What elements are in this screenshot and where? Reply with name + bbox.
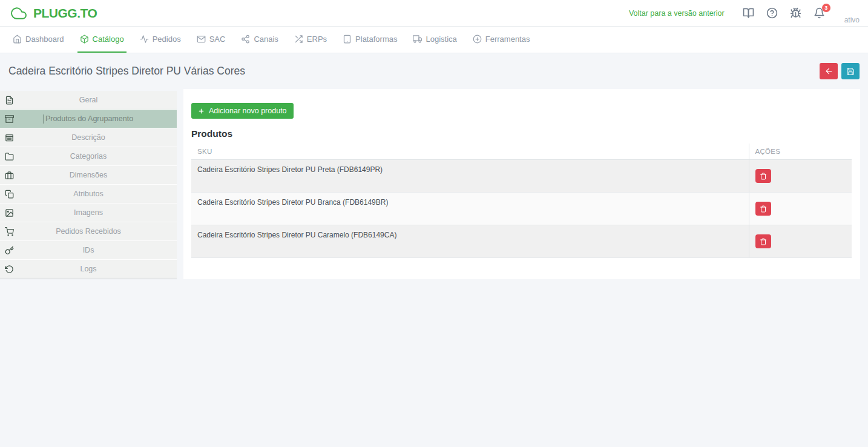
arrow-left-icon: [824, 67, 833, 76]
book-open-icon[interactable]: [743, 7, 754, 19]
content-area: GeralProdutos do AgrupamentoDescriçãoCat…: [0, 89, 868, 279]
nav-item-label: Plataformas: [355, 35, 397, 44]
sidebar-item-label: Geral: [79, 96, 98, 104]
add-product-button[interactable]: Adicionar novo produto: [191, 103, 294, 119]
notifications-button[interactable]: 3: [814, 7, 825, 19]
sidebar-item-label: Imagens: [74, 208, 103, 217]
back-button[interactable]: [820, 63, 838, 79]
cart-icon: [5, 227, 14, 236]
table-row: Cadeira Escritório Stripes Diretor PU Ca…: [191, 225, 852, 258]
nav-item-erps[interactable]: ERPs: [292, 27, 329, 53]
sidebar-item-imagens[interactable]: Imagens: [0, 204, 177, 222]
tablet-icon: [343, 35, 352, 44]
sidebar-item-atributos[interactable]: Atributos: [0, 185, 177, 204]
nav-item-logistica[interactable]: Logistica: [410, 27, 459, 53]
nav-item-label: Catálogo: [93, 35, 124, 44]
page-title-bar: Cadeira Escritório Stripes Diretor PU Vá…: [0, 53, 868, 89]
key-icon: [5, 246, 14, 255]
cloud-icon: [8, 5, 29, 21]
copy-icon: [5, 190, 14, 199]
nav-item-label: Pedidos: [153, 35, 181, 44]
status-label: ativo: [844, 16, 860, 24]
sidebar-item-geral[interactable]: Geral: [0, 91, 177, 110]
archive-icon: [5, 114, 14, 124]
image-icon: [5, 208, 14, 217]
sidebar-item-label: Produtos do Agrupamento: [45, 114, 133, 123]
text-cursor: [44, 114, 44, 124]
file-text-icon: [5, 96, 14, 105]
back-to-previous-version-link[interactable]: Voltar para a versão anterior: [629, 9, 725, 18]
sidebar-item-label: IDs: [83, 246, 94, 254]
delete-product-button[interactable]: [755, 234, 771, 248]
trash-icon: [760, 173, 767, 180]
nav-item-label: SAC: [209, 35, 226, 44]
column-header-actions: AÇÕES: [749, 144, 852, 160]
title-actions: [820, 63, 860, 79]
column-header-sku: SKU: [191, 144, 749, 160]
folder-icon: [5, 152, 14, 161]
sidebar-item-label: Atributos: [73, 190, 103, 198]
products-table: SKU AÇÕES Cadeira Escritório Stripes Dir…: [191, 144, 852, 258]
add-product-label: Adicionar novo produto: [209, 107, 287, 115]
home-icon: [13, 35, 22, 44]
actions-cell: [749, 160, 852, 193]
share-icon: [241, 35, 250, 44]
help-circle-icon[interactable]: [766, 7, 778, 19]
sidebar-item-label: Descrição: [71, 133, 105, 142]
top-header: PLUGG.TO Voltar para a versão anterior 3…: [0, 0, 868, 27]
nav-item-ferramentas[interactable]: Ferramentas: [470, 27, 533, 53]
plus-icon: [198, 108, 205, 114]
shuffle-icon: [294, 35, 303, 44]
nav-item-label: Canais: [254, 35, 278, 44]
save-icon: [846, 67, 855, 76]
header-actions: Voltar para a versão anterior 3 ativo: [629, 2, 860, 24]
plus-circle-icon: [473, 35, 482, 44]
truck-icon: [413, 35, 422, 44]
sku-cell: Cadeira Escritório Stripes Diretor PU Br…: [191, 193, 749, 225]
trash-icon: [760, 205, 767, 213]
trash-icon: [760, 238, 767, 245]
main-nav: DashboardCatálogoPedidosSACCanaisERPsPla…: [0, 27, 868, 53]
history-icon: [5, 265, 14, 274]
sidebar-item-pedidos-recebidos[interactable]: Pedidos Recebidos: [0, 222, 177, 241]
save-button[interactable]: [841, 63, 860, 79]
brand-name: PLUGG.TO: [33, 6, 97, 21]
box-icon: [80, 35, 89, 44]
page-title: Cadeira Escritório Stripes Diretor PU Vá…: [8, 65, 245, 78]
nav-item-canais[interactable]: Canais: [238, 27, 280, 53]
sidebar-item-dimens-es[interactable]: Dimensões: [0, 166, 177, 185]
section-title: Produtos: [191, 128, 852, 139]
table-row: Cadeira Escritório Stripes Diretor PU Pr…: [191, 160, 852, 193]
sidebar-item-label: Logs: [80, 265, 96, 273]
activity-icon: [140, 35, 149, 44]
bug-icon[interactable]: [790, 7, 801, 19]
nav-item-dashboard[interactable]: Dashboard: [10, 27, 67, 53]
sku-cell: Cadeira Escritório Stripes Diretor PU Pr…: [191, 160, 749, 193]
sidebar: GeralProdutos do AgrupamentoDescriçãoCat…: [0, 91, 177, 279]
nav-item-label: Dashboard: [25, 35, 64, 44]
nav-item-plataformas[interactable]: Plataformas: [340, 27, 399, 53]
actions-cell: [749, 193, 852, 225]
sidebar-item-label: Categorias: [70, 152, 107, 161]
sidebar-item-label: Pedidos Recebidos: [56, 227, 121, 236]
nav-item-cat-logo[interactable]: Catálogo: [77, 27, 127, 53]
sidebar-item-produtos-do-agrupamento[interactable]: Produtos do Agrupamento: [0, 110, 177, 128]
nav-item-label: Ferramentas: [485, 35, 530, 44]
briefcase-icon: [5, 171, 14, 180]
main-panel: Adicionar novo produto Produtos SKU AÇÕE…: [183, 89, 860, 279]
sku-cell: Cadeira Escritório Stripes Diretor PU Ca…: [191, 225, 749, 258]
nav-item-sac[interactable]: SAC: [194, 27, 228, 53]
actions-cell: [749, 225, 852, 258]
nav-item-pedidos[interactable]: Pedidos: [137, 27, 183, 53]
delete-product-button[interactable]: [755, 202, 771, 216]
notification-badge: 3: [822, 4, 830, 12]
sidebar-item-descri-o[interactable]: Descrição: [0, 128, 177, 147]
sidebar-item-ids[interactable]: IDs: [0, 241, 177, 260]
nav-item-label: ERPs: [307, 35, 327, 44]
delete-product-button[interactable]: [755, 169, 771, 183]
table-row: Cadeira Escritório Stripes Diretor PU Br…: [191, 193, 852, 225]
sidebar-item-logs[interactable]: Logs: [0, 260, 177, 279]
brand-logo[interactable]: PLUGG.TO: [8, 5, 97, 21]
mail-icon: [197, 35, 206, 44]
sidebar-item-categorias[interactable]: Categorias: [0, 147, 177, 166]
